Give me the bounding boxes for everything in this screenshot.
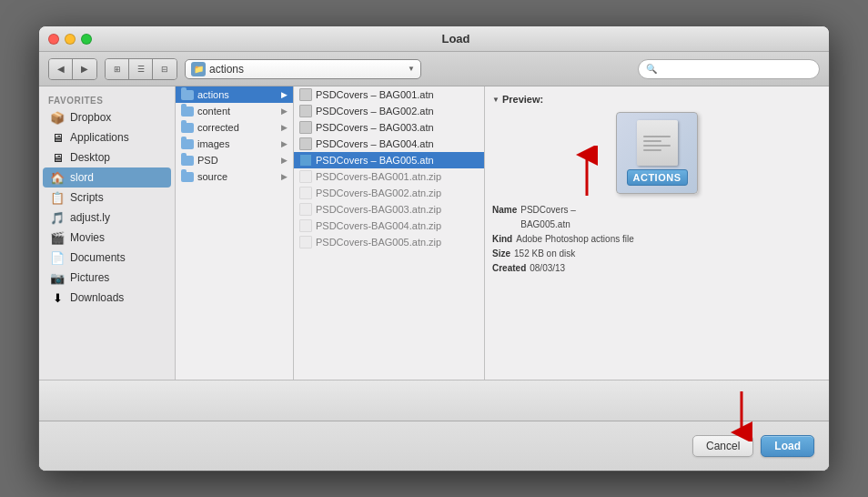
meta-kind-value: Adobe Photoshop actions file bbox=[516, 232, 634, 247]
sidebar-item-label: Desktop bbox=[70, 151, 110, 164]
title-bar: Load bbox=[39, 26, 829, 52]
sidebar-item-label: Documents bbox=[70, 251, 126, 264]
view-list-button[interactable]: ☰ bbox=[129, 59, 153, 79]
col-item-images[interactable]: images ▶ bbox=[176, 136, 293, 152]
applications-icon: 🖥 bbox=[50, 130, 65, 145]
window-title: Load bbox=[92, 32, 820, 46]
arrow-icon: ▶ bbox=[281, 172, 288, 181]
meta-created-label: Created bbox=[492, 261, 526, 276]
col-item-content[interactable]: content ▶ bbox=[176, 103, 293, 119]
arrow-icon: ▶ bbox=[281, 90, 288, 99]
atn-file-icon bbox=[299, 105, 312, 117]
documents-icon: 📄 bbox=[50, 250, 65, 265]
file-item-bag001-zip[interactable]: PSDCovers-BAG001.atn.zip bbox=[294, 168, 484, 185]
arrow-icon: ▶ bbox=[281, 123, 288, 132]
downloads-icon: ⬇ bbox=[50, 290, 65, 305]
sidebar-item-pictures[interactable]: 📷 Pictures bbox=[43, 268, 171, 288]
nav-forward-button[interactable]: ▶ bbox=[73, 59, 96, 79]
folder-icon bbox=[181, 90, 194, 100]
home-icon: 🏠 bbox=[50, 170, 65, 185]
triangle-icon: ▼ bbox=[492, 96, 500, 104]
file-item-bag005-atn[interactable]: PSDCovers – BAG005.atn bbox=[294, 152, 484, 168]
arrow-icon: ▶ bbox=[281, 139, 288, 148]
close-button[interactable] bbox=[48, 34, 59, 45]
sidebar-item-label: slord bbox=[70, 171, 94, 184]
sidebar-item-label: Pictures bbox=[70, 271, 109, 284]
sidebar-item-label: Applications bbox=[70, 131, 129, 144]
sidebar-item-downloads[interactable]: ⬇ Downloads bbox=[43, 288, 171, 308]
pictures-icon: 📷 bbox=[50, 270, 65, 285]
file-item-bag003-atn[interactable]: PSDCovers – BAG003.atn bbox=[294, 119, 484, 136]
folder-column: actions ▶ content ▶ corrected ▶ images ▶ bbox=[176, 86, 294, 380]
sidebar-item-movies[interactable]: 🎬 Movies bbox=[43, 228, 171, 248]
view-column-button[interactable]: ⊟ bbox=[153, 59, 177, 79]
sidebar-item-applications[interactable]: 🖥 Applications bbox=[43, 127, 171, 147]
zip-file-icon bbox=[299, 219, 312, 232]
sidebar-section-label: FAVORITES bbox=[39, 90, 175, 107]
search-input[interactable] bbox=[661, 63, 812, 76]
scroll-line bbox=[643, 136, 671, 137]
meta-name-label: Name bbox=[492, 203, 517, 232]
file-item-bag004-zip[interactable]: PSDCovers-BAG004.atn.zip bbox=[294, 218, 484, 234]
nav-back-button[interactable]: ◀ bbox=[49, 59, 73, 79]
maximize-button[interactable] bbox=[81, 34, 92, 45]
traffic-lights bbox=[48, 34, 92, 45]
meta-name-value: PSDCovers –BAG005.atn bbox=[520, 203, 576, 232]
movies-icon: 🎬 bbox=[50, 230, 65, 245]
col-item-corrected[interactable]: corrected ▶ bbox=[176, 119, 293, 136]
col-item-actions[interactable]: actions ▶ bbox=[176, 86, 293, 103]
sidebar-item-documents[interactable]: 📄 Documents bbox=[43, 248, 171, 268]
sidebar-item-label: Dropbox bbox=[70, 111, 111, 124]
scroll-line bbox=[643, 140, 661, 142]
sidebar-item-dropbox[interactable]: 📦 Dropbox bbox=[43, 107, 171, 127]
atn-file-icon bbox=[299, 154, 312, 167]
minimize-button[interactable] bbox=[65, 34, 76, 45]
meta-size-label: Size bbox=[492, 247, 510, 261]
folder-icon bbox=[181, 156, 194, 166]
atn-file-icon bbox=[299, 121, 312, 134]
col-item-psd[interactable]: PSD ▶ bbox=[176, 152, 293, 168]
scroll-lines bbox=[643, 136, 671, 151]
path-dropdown[interactable]: 📁 actions ▼ bbox=[185, 59, 421, 79]
sidebar-item-desktop[interactable]: 🖥 Desktop bbox=[43, 147, 171, 167]
path-label: actions bbox=[209, 63, 404, 76]
file-item-bag001-atn[interactable]: PSDCovers – BAG001.atn bbox=[294, 86, 484, 103]
meta-created-value: 08/03/13 bbox=[530, 261, 565, 276]
view-icon-button[interactable]: ⊞ bbox=[106, 59, 129, 79]
file-list: PSDCovers – BAG001.atn PSDCovers – BAG00… bbox=[294, 86, 485, 380]
col-item-source[interactable]: source ▶ bbox=[176, 168, 293, 185]
file-item-bag002-atn[interactable]: PSDCovers – BAG002.atn bbox=[294, 103, 484, 119]
dropbox-icon: 📦 bbox=[50, 110, 65, 125]
meta-size-value: 152 KB on disk bbox=[514, 247, 575, 261]
sidebar: FAVORITES 📦 Dropbox 🖥 Applications 🖥 Des… bbox=[39, 86, 176, 380]
file-item-bag002-zip[interactable]: PSDCovers-BAG002.atn.zip bbox=[294, 185, 484, 201]
scroll-graphic bbox=[637, 120, 678, 166]
sidebar-item-label: Scripts bbox=[70, 191, 104, 204]
folder-icon bbox=[181, 123, 194, 133]
file-item-bag003-zip[interactable]: PSDCovers-BAG003.atn.zip bbox=[294, 201, 484, 218]
sidebar-item-scripts[interactable]: 📋 Scripts bbox=[43, 188, 171, 208]
file-item-bag005-zip[interactable]: PSDCovers-BAG005.atn.zip bbox=[294, 234, 484, 250]
meta-kind-row: Kind Adobe Photoshop actions file bbox=[492, 232, 822, 247]
scroll-line bbox=[643, 149, 661, 151]
meta-name-row: Name PSDCovers –BAG005.atn bbox=[492, 203, 822, 232]
folder-icon bbox=[181, 172, 194, 182]
atn-file-icon bbox=[299, 137, 312, 150]
search-box[interactable]: 🔍 bbox=[638, 59, 820, 79]
preview-meta: Name PSDCovers –BAG005.atn Kind Adobe Ph… bbox=[492, 203, 822, 276]
nav-buttons: ◀ ▶ bbox=[48, 58, 97, 80]
actions-badge: ACTIONS bbox=[627, 169, 688, 186]
main-content: FAVORITES 📦 Dropbox 🖥 Applications 🖥 Des… bbox=[39, 86, 829, 380]
sidebar-item-adjust[interactable]: 🎵 adjust.ly bbox=[43, 208, 171, 228]
sidebar-item-slord[interactable]: 🏠 slord bbox=[43, 167, 171, 188]
file-item-bag004-atn[interactable]: PSDCovers – BAG004.atn bbox=[294, 136, 484, 152]
adjust-icon: 🎵 bbox=[50, 210, 65, 225]
view-buttons: ⊞ ☰ ⊟ bbox=[105, 58, 177, 80]
arrow-icon: ▶ bbox=[281, 156, 288, 165]
preview-title: ▼ Preview: bbox=[492, 94, 822, 105]
load-button[interactable]: Load bbox=[761, 435, 814, 457]
actions-preview-image: ACTIONS bbox=[616, 112, 698, 194]
file-browser: actions ▶ content ▶ corrected ▶ images ▶ bbox=[176, 86, 829, 380]
load-dialog: Load ◀ ▶ ⊞ ☰ ⊟ 📁 actions ▼ 🔍 FAVORITES bbox=[38, 25, 830, 472]
cancel-button[interactable]: Cancel bbox=[692, 435, 753, 457]
